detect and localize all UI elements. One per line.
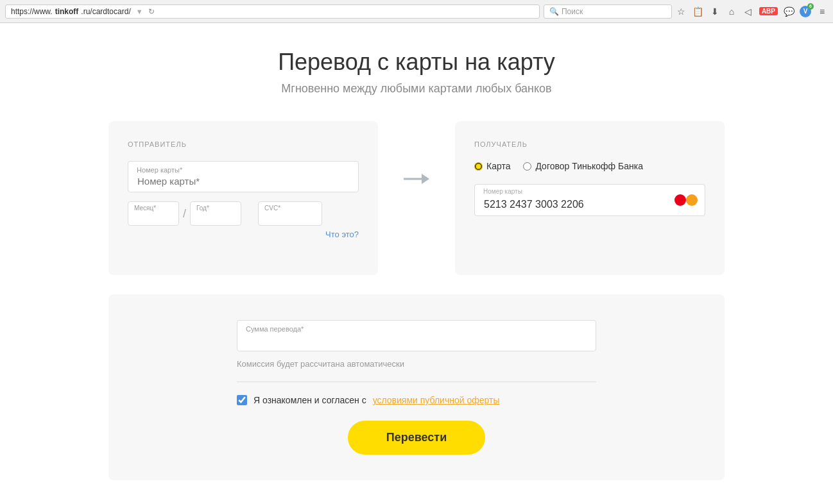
- sender-cvc-wrapper: CVC*: [258, 201, 322, 226]
- recipient-card-number-wrapper: Номер карты: [474, 184, 705, 216]
- sender-month-input[interactable]: [128, 201, 179, 226]
- message-icon[interactable]: 💬: [783, 6, 794, 17]
- page-title: Перевод с карты на карту: [13, 49, 820, 76]
- home-icon[interactable]: ⌂: [726, 6, 737, 17]
- sender-month-wrapper: Месяц*: [128, 201, 179, 226]
- transfer-arrow: [397, 121, 436, 185]
- transfer-btn-wrapper: Перевести: [237, 421, 596, 455]
- mastercard-icon: [674, 192, 698, 208]
- sender-cvc-input[interactable]: [258, 201, 322, 226]
- what-is-this-link[interactable]: Что это?: [128, 230, 359, 239]
- mc-right-circle: [686, 194, 698, 206]
- agreement-checkbox[interactable]: [237, 395, 247, 405]
- recipient-radio-row: Карта Договор Тинькофф Банка: [474, 161, 705, 171]
- sender-year-wrapper: Год*: [190, 201, 241, 226]
- arrow-right-icon: [404, 172, 429, 185]
- abp-badge[interactable]: ABP: [759, 7, 778, 15]
- agreement-text: Я ознакомлен и согласен с: [253, 395, 366, 405]
- recipient-card-number-input[interactable]: [474, 184, 705, 216]
- search-placeholder: Поиск: [562, 7, 583, 16]
- search-icon: 🔍: [549, 7, 559, 16]
- radio-card-label: Карта: [486, 161, 510, 171]
- radio-contract-input[interactable]: [523, 162, 531, 171]
- menu-icon[interactable]: ≡: [816, 6, 828, 17]
- amount-section: Сумма перевода* Комиссия будет рассчитан…: [108, 294, 725, 480]
- sender-card: ОТПРАВИТЕЛЬ Номер карты* Месяц* / Год* C…: [108, 121, 378, 275]
- slash-divider: /: [183, 207, 186, 221]
- page-subtitle: Мгновенно между любыми картами любых бан…: [13, 82, 820, 96]
- cards-row: ОТПРАВИТЕЛЬ Номер карты* Месяц* / Год* C…: [108, 121, 725, 275]
- browser-toolbar-icons: ☆ 📋 ⬇ ⌂ ◁ ABP 💬 V 6 ≡: [676, 6, 828, 17]
- agreement-row: Я ознакомлен и согласен с условиями публ…: [237, 395, 596, 405]
- sender-label: ОТПРАВИТЕЛЬ: [128, 140, 359, 148]
- url-prefix: https://www.: [11, 7, 53, 16]
- address-bar[interactable]: https://www.tinkoff.ru/cardtocard/ ▼ ↻: [5, 4, 540, 19]
- extension-notif: 6: [807, 3, 814, 10]
- bookmark-icon[interactable]: ☆: [676, 6, 687, 17]
- url-bold: tinkoff: [55, 7, 79, 16]
- sender-year-input[interactable]: [190, 201, 241, 226]
- back-icon[interactable]: ◁: [743, 6, 754, 17]
- amount-input[interactable]: [237, 320, 596, 351]
- sender-card-number-input[interactable]: [128, 161, 359, 192]
- divider-line: [237, 382, 596, 382]
- extension-badge[interactable]: V 6: [800, 6, 811, 17]
- mc-left-circle: [674, 194, 686, 206]
- sender-date-row: Месяц* / Год* CVC*: [128, 201, 359, 226]
- commission-text: Комиссия будет рассчитана автоматически: [237, 359, 596, 369]
- radio-contract-option[interactable]: Договор Тинькофф Банка: [523, 161, 642, 171]
- amount-input-wrapper: Сумма перевода*: [237, 320, 596, 351]
- recipient-label: ПОЛУЧАТЕЛЬ: [474, 140, 705, 148]
- url-suffix: .ru/cardtocard/: [81, 7, 130, 16]
- radio-card-option[interactable]: Карта: [474, 161, 510, 171]
- reading-list-icon[interactable]: 📋: [692, 6, 704, 17]
- sender-card-number-wrapper: Номер карты*: [128, 161, 359, 192]
- agreement-link[interactable]: условиями публичной оферты: [373, 395, 500, 405]
- download-icon[interactable]: ⬇: [709, 6, 721, 17]
- radio-card-input[interactable]: [474, 162, 483, 171]
- search-bar[interactable]: 🔍 Поиск: [544, 4, 672, 19]
- browser-chrome: https://www.tinkoff.ru/cardtocard/ ▼ ↻ 🔍…: [0, 0, 833, 23]
- recipient-card: ПОЛУЧАТЕЛЬ Карта Договор Тинькофф Банка …: [455, 121, 725, 275]
- page-content: Перевод с карты на карту Мгновенно между…: [0, 23, 833, 504]
- radio-contract-label: Договор Тинькофф Банка: [535, 161, 642, 171]
- transfer-button[interactable]: Перевести: [348, 421, 485, 455]
